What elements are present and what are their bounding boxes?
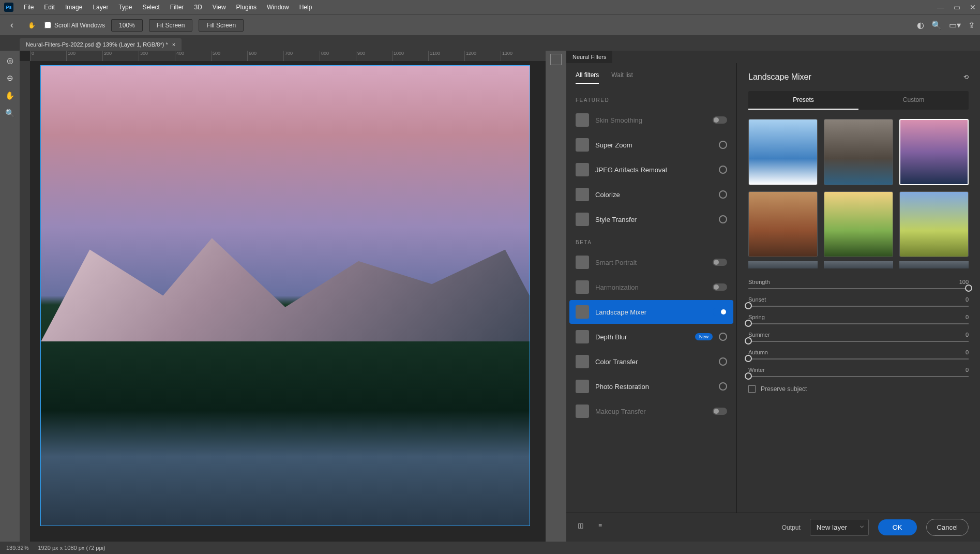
filter-toggle[interactable] xyxy=(713,116,727,124)
preset-thumbnail[interactable] xyxy=(824,119,893,185)
share-icon[interactable]: ⇪ xyxy=(968,20,975,30)
preset-thumbnail[interactable] xyxy=(748,119,818,185)
slider-value: 0 xyxy=(966,332,969,338)
close-icon[interactable]: ✕ xyxy=(970,3,976,11)
cloud-account-icon[interactable]: ◐ xyxy=(917,20,924,30)
preserve-subject-label: Preserve subject xyxy=(761,385,807,393)
filter-label: Color Transfer xyxy=(595,358,713,366)
menu-plugins[interactable]: Plugins xyxy=(231,4,262,11)
ruler-horizontal: 0100200300400500600700800900100011001200… xyxy=(30,51,546,61)
filter-toggle[interactable] xyxy=(719,333,727,341)
preset-thumbnail[interactable] xyxy=(899,191,969,258)
maximize-icon[interactable]: ▭ xyxy=(954,3,960,11)
panel-tab[interactable]: Neural Filters xyxy=(566,51,612,63)
filter-toggle[interactable] xyxy=(713,259,727,266)
filter-thumb-icon xyxy=(576,113,589,127)
menu-file[interactable]: File xyxy=(19,4,39,11)
hand-tool-icon[interactable]: ✋ xyxy=(25,19,38,32)
preset-thumbnail-selected[interactable] xyxy=(899,119,969,185)
fill-screen-button[interactable]: Fill Screen xyxy=(199,19,244,32)
preset-thumbnail[interactable] xyxy=(824,191,893,258)
canvas[interactable] xyxy=(40,65,530,526)
filter-landscape-mixer[interactable]: Landscape Mixer xyxy=(569,300,733,324)
filter-toggle[interactable] xyxy=(719,357,727,366)
zoom-level-button[interactable]: 100% xyxy=(111,19,143,32)
workspace-icon[interactable]: ▭▾ xyxy=(949,20,961,30)
filter-thumb-icon xyxy=(576,188,589,201)
menu-window[interactable]: Window xyxy=(262,4,294,11)
menu-edit[interactable]: Edit xyxy=(39,4,60,11)
filter-makeup-transfer[interactable]: Makeup Transfer xyxy=(569,399,733,423)
filter-label: Depth Blur xyxy=(595,333,689,341)
filter-skin-smoothing[interactable]: Skin Smoothing xyxy=(569,108,733,132)
tab-presets[interactable]: Presets xyxy=(748,91,858,110)
preset-thumbnail[interactable] xyxy=(824,261,893,268)
menu-help[interactable]: Help xyxy=(294,4,318,11)
slider-strength[interactable]: Strength100 xyxy=(748,279,969,289)
menu-layer[interactable]: Layer xyxy=(87,4,113,11)
filter-depth-blur[interactable]: Depth BlurNew xyxy=(569,325,733,349)
filter-label: Style Transfer xyxy=(595,216,713,223)
tools-panel: ◎ ⊖ ✋ 🔍 xyxy=(0,51,20,542)
menu-view[interactable]: View xyxy=(207,4,231,11)
slider-label: Summer xyxy=(748,332,770,338)
output-select[interactable]: New layer xyxy=(810,519,869,536)
preset-thumbnail[interactable] xyxy=(899,261,969,268)
tab-custom[interactable]: Custom xyxy=(858,91,969,110)
back-button[interactable]: ‹ xyxy=(5,19,19,32)
filter-colorize[interactable]: Colorize xyxy=(569,183,733,206)
stack-icon[interactable]: ≡ xyxy=(598,522,610,533)
filter-toggle[interactable] xyxy=(713,408,727,415)
filter-jpeg-artifacts-removal[interactable]: JPEG Artifacts Removal xyxy=(569,158,733,182)
scroll-all-checkbox[interactable]: Scroll All Windows xyxy=(44,22,105,29)
menu-type[interactable]: Type xyxy=(113,4,137,11)
zoom-tool[interactable]: 🔍 xyxy=(3,107,17,120)
slider-label: Winter xyxy=(748,367,765,373)
filter-super-zoom[interactable]: Super Zoom xyxy=(569,133,733,157)
minimize-icon[interactable]: — xyxy=(937,3,944,11)
filter-smart-portrait[interactable]: Smart Portrait xyxy=(569,250,733,274)
slider-winter[interactable]: Winter0 xyxy=(748,367,969,377)
menu-image[interactable]: Image xyxy=(60,4,87,11)
ok-button[interactable]: OK xyxy=(878,519,917,535)
hand-tool[interactable]: ✋ xyxy=(3,89,17,102)
filter-color-transfer[interactable]: Color Transfer xyxy=(569,350,733,373)
cancel-button[interactable]: Cancel xyxy=(926,519,969,536)
options-bar: ‹ ✋ Scroll All Windows 100% Fit Screen F… xyxy=(0,14,980,35)
tab-all-filters[interactable]: All filters xyxy=(576,71,599,84)
filter-toggle[interactable] xyxy=(719,215,727,223)
filter-toggle[interactable] xyxy=(713,283,727,291)
target-icon[interactable]: ◎ xyxy=(3,54,17,67)
filter-style-transfer[interactable]: Style Transfer xyxy=(569,207,733,231)
section-featured: FEATURED xyxy=(566,90,736,107)
filter-toggle[interactable] xyxy=(719,166,727,174)
menu-3d[interactable]: 3D xyxy=(189,4,207,11)
filter-toggle[interactable] xyxy=(713,308,727,316)
filter-harmonization[interactable]: Harmonization xyxy=(569,275,733,299)
slider-spring[interactable]: Spring0 xyxy=(748,314,969,324)
close-tab-icon[interactable]: × xyxy=(172,41,175,48)
slider-sunset[interactable]: Sunset0 xyxy=(748,296,969,307)
zoom-out-icon[interactable]: ⊖ xyxy=(3,71,17,85)
fit-screen-button[interactable]: Fit Screen xyxy=(149,19,193,32)
panel-icon[interactable] xyxy=(550,54,562,65)
menu-select[interactable]: Select xyxy=(137,4,164,11)
search-icon[interactable]: 🔍 xyxy=(931,20,942,30)
filter-toggle[interactable] xyxy=(719,190,727,199)
slider-label: Strength xyxy=(748,279,770,285)
preset-thumbnail[interactable] xyxy=(748,191,818,258)
panel-collapse-strip[interactable] xyxy=(546,51,566,542)
filter-toggle[interactable] xyxy=(719,141,727,149)
preset-thumbnail[interactable] xyxy=(748,261,818,268)
preserve-subject-checkbox[interactable]: Preserve subject xyxy=(748,385,969,393)
document-tab[interactable]: Neural-Filters-Ps-2022.psd @ 139% (Layer… xyxy=(20,38,182,51)
filter-toggle[interactable] xyxy=(719,382,727,391)
canvas-area: 0100200300400500600700800900100011001200… xyxy=(20,51,546,542)
menu-filter[interactable]: Filter xyxy=(165,4,189,11)
slider-autumn[interactable]: Autumn0 xyxy=(748,349,969,360)
reset-icon[interactable]: ⟲ xyxy=(963,73,969,81)
filter-photo-restoration[interactable]: Photo Restoration xyxy=(569,375,733,398)
tab-wait-list[interactable]: Wait list xyxy=(611,71,633,84)
layers-icon[interactable]: ◫ xyxy=(578,522,589,533)
slider-summer[interactable]: Summer0 xyxy=(748,332,969,342)
